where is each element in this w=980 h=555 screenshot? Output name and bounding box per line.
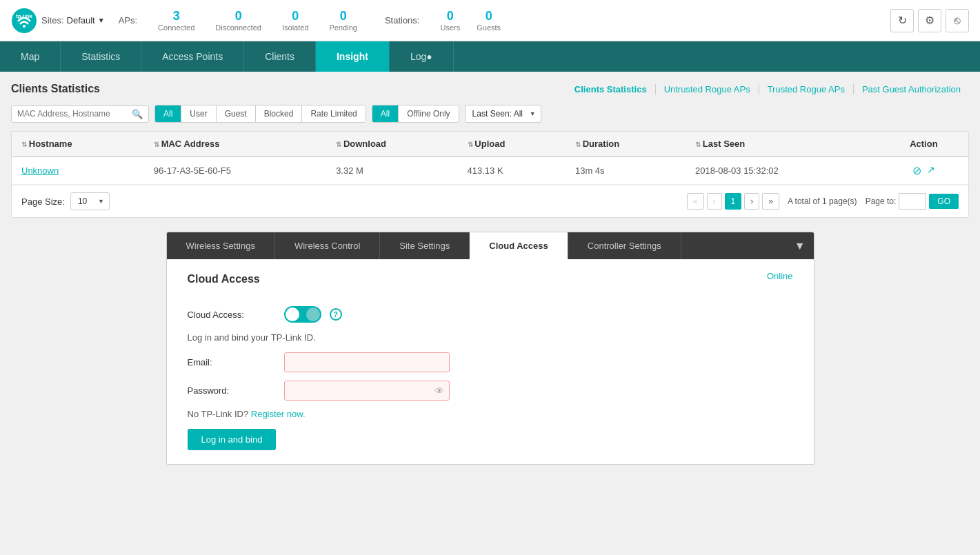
filter-rate-limited[interactable]: Rate Limited	[302, 105, 365, 122]
last-seen-select[interactable]: Last Seen: All Last 1 Hour Last 24 Hours…	[465, 105, 541, 123]
col-duration[interactable]: ⇅ Duration	[566, 132, 686, 157]
col-mac[interactable]: ⇅ MAC Address	[144, 132, 326, 157]
page-title: Clients Statistics	[11, 83, 100, 95]
stations-users-label: Users	[440, 23, 460, 32]
sort-icon-hostname: ⇅	[21, 141, 29, 148]
email-input[interactable]	[284, 352, 450, 372]
status-filter-all[interactable]: All	[372, 105, 399, 122]
email-label: Email:	[188, 357, 284, 367]
col-action: Action	[879, 132, 968, 157]
subnav-past-guest-auth[interactable]: Past Guest Authorization	[854, 84, 969, 94]
register-link[interactable]: Register now.	[251, 409, 306, 419]
next-page-button[interactable]: ›	[744, 193, 759, 210]
search-icon: 🔍	[132, 109, 143, 119]
first-page-button[interactable]: «	[687, 193, 704, 210]
status-filter-offline[interactable]: Offline Only	[399, 105, 458, 122]
settings-button[interactable]: ⚙	[918, 9, 941, 32]
subnav-clients-statistics[interactable]: Clients Statistics	[566, 84, 656, 94]
sort-icon-duration: ⇅	[575, 141, 583, 148]
filter-user[interactable]: User	[181, 105, 216, 122]
table-header-row: ⇅ Hostname ⇅ MAC Address ⇅ Download ⇅ Up…	[12, 132, 968, 157]
cloud-access-field-label: Cloud Access:	[188, 310, 284, 320]
search-input[interactable]	[17, 109, 132, 119]
go-button[interactable]: GO	[929, 194, 959, 209]
main-content: Clients Statistics Clients Statistics Un…	[0, 72, 980, 544]
aps-pending-count: 0	[340, 9, 347, 23]
bottom-tab-controller-settings[interactable]: Controller Settings	[568, 232, 681, 259]
prev-page-button[interactable]: ‹	[707, 193, 722, 210]
subnav-untrusted-rogue-aps[interactable]: Untrusted Rogue APs	[656, 84, 759, 94]
bottom-tab-wireless-settings[interactable]: Wireless Settings	[167, 232, 275, 259]
bottom-tabs: Wireless Settings Wireless Control Site …	[167, 232, 814, 259]
aps-isolated-label: Isolated	[282, 23, 309, 32]
login-bind-button[interactable]: Log in and bind	[188, 429, 277, 450]
stations-users-count: 0	[447, 9, 454, 23]
page-to-label: Page to:	[866, 196, 897, 206]
cell-upload: 413.13 K	[458, 157, 566, 185]
svg-point-0	[12, 8, 37, 33]
section-header: Clients Statistics Clients Statistics Un…	[11, 83, 969, 95]
aps-isolated-count: 0	[292, 9, 299, 23]
clients-table: ⇅ Hostname ⇅ MAC Address ⇅ Download ⇅ Up…	[12, 132, 968, 185]
logout-button[interactable]: ⎋	[946, 9, 969, 32]
nav-tabs: Map Statistics Access Points Clients Ins…	[0, 41, 980, 72]
filter-blocked[interactable]: Blocked	[256, 105, 303, 122]
header-actions: ↻ ⚙ ⎋	[890, 9, 969, 32]
bottom-tab-site-settings[interactable]: Site Settings	[380, 232, 470, 259]
aps-stats: 3 Connected 0 Disconnected 0 Isolated 0 …	[158, 9, 357, 32]
aps-pending-stat: 0 Pending	[330, 9, 357, 32]
sort-icon-mac: ⇅	[154, 141, 161, 148]
stations-users-stat: 0 Users	[440, 9, 460, 32]
reconnect-icon[interactable]: ↗	[927, 164, 935, 177]
page-size-label: Page Size:	[21, 196, 65, 207]
eye-icon[interactable]: 👁	[434, 385, 444, 396]
filter-all[interactable]: All	[155, 105, 181, 122]
tab-clients[interactable]: Clients	[244, 41, 316, 72]
col-upload[interactable]: ⇅ Upload	[458, 132, 566, 157]
sort-icon-last-seen: ⇅	[695, 141, 703, 148]
col-last-seen[interactable]: ⇅ Last Seen	[686, 132, 879, 157]
collapse-panel-button[interactable]: ▼	[786, 232, 814, 259]
help-icon[interactable]: ?	[330, 308, 342, 321]
bottom-tab-wireless-control[interactable]: Wireless Control	[275, 232, 380, 259]
tab-log[interactable]: Log●	[390, 41, 454, 72]
cloud-access-toggle-row: Cloud Access: ?	[188, 306, 793, 323]
sort-icon-download: ⇅	[336, 141, 343, 148]
hostname-link[interactable]: Unknown	[21, 165, 59, 176]
last-page-button[interactable]: »	[762, 193, 779, 210]
cell-download: 3.32 M	[326, 157, 457, 185]
tab-map[interactable]: Map	[0, 41, 61, 72]
sub-navigation: Clients Statistics Untrusted Rogue APs T…	[566, 84, 969, 94]
page-to-input[interactable]	[899, 193, 926, 210]
sites-dropdown[interactable]: Default ▼	[67, 15, 105, 26]
bottom-tab-cloud-access[interactable]: Cloud Access	[470, 232, 568, 259]
tab-statistics[interactable]: Statistics	[61, 41, 141, 72]
stations-label: Stations:	[385, 15, 420, 26]
password-row: Password: 👁	[188, 381, 793, 401]
clients-table-container: ⇅ Hostname ⇅ MAC Address ⇅ Download ⇅ Up…	[11, 131, 969, 218]
logo-area: tp-link Sites: Default ▼	[11, 8, 105, 34]
cloud-access-toggle[interactable]	[284, 306, 321, 323]
col-hostname[interactable]: ⇅ Hostname	[12, 132, 144, 157]
cell-last-seen: 2018-08-03 15:32:02	[686, 157, 879, 185]
stations-guests-stat: 0 Guests	[477, 9, 501, 32]
page-1-button[interactable]: 1	[725, 193, 742, 210]
search-box[interactable]: 🔍	[11, 105, 149, 123]
bottom-content: Cloud Access Online Cloud Access: ? Log …	[167, 259, 814, 464]
aps-connected-count: 3	[173, 9, 180, 23]
cloud-access-title: Cloud Access	[188, 273, 260, 285]
cell-mac: 96-17-A3-5E-60-F5	[144, 157, 326, 185]
tab-access-points[interactable]: Access Points	[141, 41, 244, 72]
tab-insight[interactable]: Insight	[316, 41, 390, 72]
page-size-select[interactable]: 10 20 50 100	[70, 192, 110, 210]
chevron-down-icon: ▼	[98, 17, 105, 24]
stations-stats: 0 Users 0 Guests	[440, 9, 501, 32]
filter-guest[interactable]: Guest	[217, 105, 256, 122]
header: tp-link Sites: Default ▼ APs: 3 Connecte…	[0, 0, 980, 41]
password-input[interactable]	[284, 381, 450, 401]
col-download[interactable]: ⇅ Download	[326, 132, 457, 157]
cell-duration: 13m 4s	[566, 157, 686, 185]
refresh-button[interactable]: ↻	[890, 9, 914, 32]
block-icon[interactable]: ⊘	[912, 164, 921, 177]
subnav-trusted-rogue-aps[interactable]: Trusted Rogue APs	[759, 84, 854, 94]
